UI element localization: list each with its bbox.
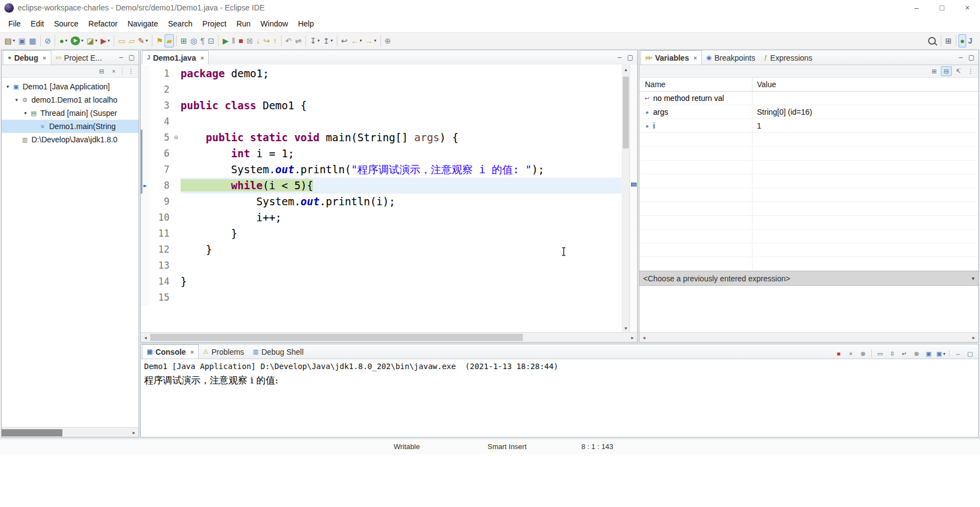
pin-console-button[interactable]: ⊕ [911,349,922,359]
fold-marker[interactable]: ⊖ [172,130,181,146]
code-line[interactable]: 15 [141,290,622,306]
menu-item-window[interactable]: Window [256,17,293,30]
collapse-all-button[interactable]: ↸ [953,66,964,76]
menu-item-file[interactable]: File [3,17,26,30]
next-annotation-button[interactable]: ↧▾ [308,34,321,47]
variable-row[interactable]: ●i1 [639,119,978,133]
last-edit-location-button[interactable]: ↩ [340,34,349,47]
debug-button[interactable]: ●▾ [57,34,68,47]
variables-horizontal-scrollbar[interactable]: ◂ ▸ [639,332,978,342]
close-icon[interactable]: × [190,349,194,355]
pin-editor-button[interactable]: ⊕ [383,34,393,47]
expander-icon[interactable]: ▾ [4,84,12,89]
expression-input[interactable]: <Choose a previously entered expression>… [639,271,978,286]
tab-project-e[interactable]: ▭Project E... [51,51,107,65]
search-button[interactable] [925,34,939,47]
display-selected-console-button[interactable]: ▣ [923,349,934,359]
open-perspective-button[interactable]: ⊞ [944,34,953,47]
menu-item-source[interactable]: Source [49,17,83,30]
tab-problems[interactable]: ⚠Problems [199,345,248,359]
expander-icon[interactable]: ▾ [22,110,29,116]
run-button[interactable]: ▶▾ [69,34,85,47]
code-line[interactable]: 1package demo1; [141,66,622,82]
debug-horizontal-scrollbar[interactable]: ▸ [2,427,139,437]
maximize-view-button[interactable]: ▢ [968,54,974,61]
menu-item-edit[interactable]: Edit [26,17,49,30]
code-line[interactable]: 10 i++; [141,210,622,226]
editor-horizontal-scrollbar[interactable]: ◂ ▸ [141,332,637,342]
resume-button[interactable]: ▶ [221,34,230,47]
tab-demo1-java[interactable]: JDemo1.java× [142,50,209,65]
new-task-button[interactable]: ⚑ [155,34,165,47]
tree-item[interactable]: ▾▤Thread [main] (Susper [2,106,139,120]
tree-item[interactable]: ▾▣Demo1 [Java Application] [2,80,139,93]
terminate-button[interactable]: ■ [237,34,245,47]
maximize-window-button[interactable]: □ [929,0,955,15]
disconnect-button[interactable]: ⊠ [245,34,255,47]
code-line[interactable]: 14} [141,274,622,290]
code-line[interactable]: 12 } [141,242,622,258]
maximize-view-button[interactable]: ▢ [965,349,976,359]
column-header-name[interactable]: Name [639,78,753,91]
code-line[interactable]: 6 int i = 1; [141,146,622,162]
view-menu-button[interactable]: ⋮ [965,66,976,76]
variable-row[interactable]: ↩no method return val [639,92,978,105]
new-wizard-button[interactable]: ▤▾ [3,34,17,47]
scroll-lock-button[interactable]: ⇳ [887,349,898,359]
scrollbar-track[interactable] [62,428,129,437]
step-over-button[interactable]: ↪ [262,34,272,47]
scrollbar-track[interactable] [150,333,628,342]
minimize-window-button[interactable]: – [904,0,929,15]
tree-item[interactable]: ≡Demo1.main(String [2,120,139,133]
scrollbar-thumb[interactable] [150,334,523,341]
debug-perspective-button[interactable]: ● [958,34,966,47]
scroll-left-icon[interactable]: ◂ [141,333,150,342]
debug-line-marker[interactable] [631,183,637,186]
coverage-button[interactable]: ◪▾ [85,34,99,47]
scrollbar-thumb[interactable] [2,429,62,436]
remove-terminated-button[interactable]: × [108,66,119,76]
chevron-down-icon[interactable]: ▾ [968,275,978,281]
menu-item-run[interactable]: Run [231,17,256,30]
java-perspective-button[interactable]: J [966,34,974,47]
new-class-button[interactable]: ◎ [189,34,199,47]
column-header-value[interactable]: Value [753,80,978,89]
code-line[interactable]: 11 } [141,226,622,242]
open-file-button[interactable]: ▱ [127,34,136,47]
view-menu-button[interactable]: ⋮ [125,66,136,76]
previous-annotation-button[interactable]: ↥▾ [321,34,335,47]
back-button[interactable]: ←▾ [349,34,364,47]
scroll-right-icon[interactable]: ▸ [628,333,637,342]
save-all-button[interactable]: ▦ [27,34,38,47]
scroll-right-icon[interactable]: ▸ [129,428,139,437]
tab-debug-shell[interactable]: ▥Debug Shell [248,345,308,359]
step-return-button[interactable]: ↑ [272,34,279,47]
code-editor[interactable]: 1package demo1;23public class Demo1 {45⊖… [141,65,622,333]
scrollbar-thumb[interactable] [623,77,629,148]
code-line[interactable]: 2 [141,82,622,98]
word-wrap-button[interactable]: ↵ [899,349,910,359]
close-icon[interactable]: × [200,55,204,61]
minimize-view-button[interactable]: – [952,349,963,359]
close-window-button[interactable]: × [955,0,980,15]
save-button[interactable]: ▣ [17,34,27,47]
close-icon[interactable]: × [43,55,46,61]
mark-occurrences-button[interactable]: ▰ [165,34,174,47]
open-console-button[interactable]: ▣▾ [935,349,946,359]
show-logical-structures-button[interactable]: ⊟ [941,66,952,76]
forward-button[interactable]: →▾ [364,34,378,47]
menu-item-help[interactable]: Help [293,17,319,30]
clear-console-button[interactable]: ▭ [875,349,886,359]
use-step-filters-button[interactable]: ⇌ [294,34,304,47]
minimize-view-button[interactable]: – [959,54,963,61]
show-type-names-button[interactable]: ⊞ [929,66,940,76]
code-line[interactable]: ►8 while(i < 5){ [141,178,622,194]
menu-item-refactor[interactable]: Refactor [83,17,123,30]
code-line[interactable]: 4 [141,114,622,130]
scroll-right-icon[interactable]: ▸ [969,333,978,342]
code-line[interactable]: 9 System.out.println(i); [141,194,622,210]
maximize-view-button[interactable]: ▢ [627,54,633,61]
tab-debug[interactable]: ●Debug× [3,50,51,65]
variable-row[interactable]: ●argsString[0] (id=16) [639,105,978,119]
skip-all-breakpoints-button[interactable]: ⊘ [43,34,53,47]
